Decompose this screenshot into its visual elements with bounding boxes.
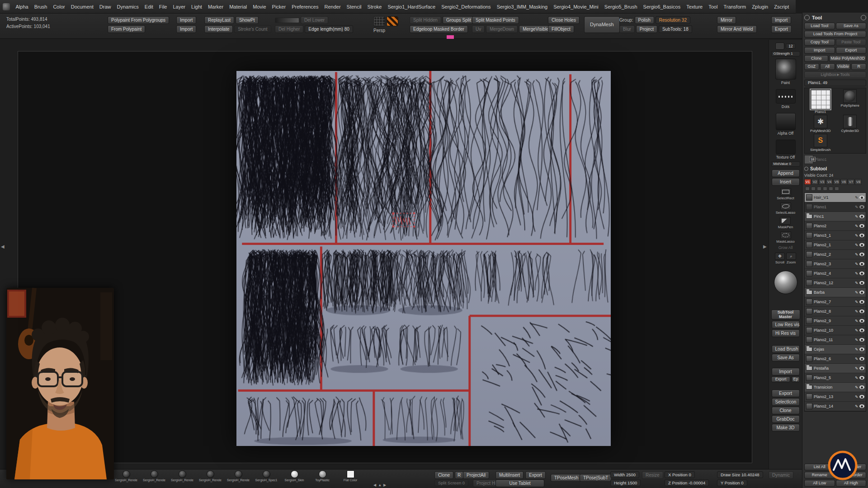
grab-doc-button[interactable]: GrabDoc [772, 415, 800, 423]
subtool-ghost-icon[interactable] [817, 187, 821, 191]
menu-item[interactable]: Texture [684, 4, 706, 9]
polypaint-pencil-icon[interactable]: ✎ [855, 357, 858, 361]
visibility-eye-icon[interactable] [859, 395, 864, 399]
material-swatch[interactable]: SergioH_Rende [142, 470, 166, 482]
paste-tool-button[interactable]: Paste Tool [836, 39, 867, 46]
polypaint-pencil-icon[interactable]: ✎ [855, 394, 858, 399]
all-high-button[interactable]: All High [836, 480, 867, 487]
tpose-subt-button[interactable]: TPose|SubT [580, 474, 612, 482]
clone-button[interactable]: Clone [434, 471, 453, 479]
import-button[interactable]: Import [772, 368, 800, 375]
y-position-slider[interactable]: Y Position 0 [717, 479, 747, 486]
resolution-slider[interactable]: Resolution 32 [656, 16, 690, 24]
hi-res-vis-button[interactable]: Hi Res vis [772, 329, 800, 337]
current-brush[interactable]: Paint [775, 59, 796, 87]
menu-item[interactable]: Stencil [344, 4, 364, 9]
visibility-eye-icon[interactable] [859, 300, 864, 304]
edgeloop-masked-border-button[interactable]: Edgeloop Masked Border [410, 25, 468, 33]
grow-all-label[interactable]: Grow All [778, 245, 793, 250]
polypaint-pencil-icon[interactable]: ✎ [855, 309, 858, 314]
subtool-item[interactable]: Plano2_9 ✎ [805, 316, 866, 326]
multi-insert-button[interactable]: MultiInsert [495, 471, 524, 479]
subtool-header[interactable]: Subtool [810, 166, 827, 171]
polypaint-pencil-icon[interactable]: ✎ [855, 375, 858, 380]
append-button[interactable]: Append [772, 169, 800, 177]
visibility-eye-icon[interactable] [859, 347, 864, 351]
goz-visible-button[interactable]: Visible [836, 63, 851, 70]
polypaint-pencil-icon[interactable]: ✎ [855, 271, 858, 276]
subtool-item[interactable]: Plano2_12 ✎ [805, 278, 866, 288]
load-tool-button[interactable]: Load Tool [804, 23, 835, 29]
subtool-item[interactable]: Plano2_13 ✎ [805, 392, 866, 402]
menu-item[interactable]: Tool [706, 4, 721, 9]
clone-button[interactable]: Clone [804, 55, 828, 62]
polypaint-pencil-icon[interactable]: ✎ [855, 205, 858, 209]
subtool-down-icon[interactable] [829, 187, 833, 191]
edge-length-slider[interactable]: Edge length(mm) 80 [305, 25, 353, 33]
canvas-scroll-arrows[interactable]: ◀▲▶ [373, 483, 388, 487]
subtool-item[interactable]: Pinc1 ✎ [805, 212, 866, 221]
goz-button[interactable]: GoZ [804, 63, 819, 70]
import-button[interactable]: Import [804, 47, 835, 54]
subtools-slider[interactable]: SubTools: 18 [659, 25, 692, 33]
strokes-count-slider[interactable]: Stroke's Count [234, 25, 271, 33]
gradient-slider[interactable] [275, 18, 299, 23]
current-material-sphere[interactable] [774, 271, 797, 294]
subtool-item[interactable]: Plano1 ✎ [805, 202, 866, 212]
material-swatch[interactable]: SergioH_Rende [114, 470, 138, 482]
scroll-button[interactable]: ✥ Scroll [775, 253, 785, 264]
material-swatch[interactable]: SergioH_Rende [198, 470, 222, 482]
merge-visible-button[interactable]: MergeVisible [519, 25, 552, 33]
merge-down-button[interactable]: MergeDown [486, 25, 518, 33]
mask-lasso-button[interactable]: MaskLasso [776, 231, 794, 244]
show-pt-button[interactable]: ShowPt [236, 16, 258, 24]
menu-item[interactable]: Sergio2_Deformations [439, 4, 494, 9]
preview-thumb-icon[interactable] [775, 42, 784, 50]
subtool-up-icon[interactable] [823, 187, 827, 191]
subtool-item[interactable]: Plano2_14 ✎ [805, 402, 866, 411]
section-toggle-icon[interactable] [804, 167, 808, 171]
import-button[interactable]: Import [176, 16, 196, 24]
menu-item[interactable]: Sergio4_Movie_Mini [551, 4, 602, 9]
visibility-eye-icon[interactable] [859, 385, 864, 389]
subtool-item[interactable]: Plano2_5 ✎ [805, 373, 866, 383]
polypaint-pencil-icon[interactable]: ✎ [855, 338, 858, 342]
version-tab[interactable]: V1 [804, 179, 811, 185]
menu-item[interactable]: Transform [721, 4, 749, 9]
visibility-eye-icon[interactable] [859, 262, 864, 266]
version-tab[interactable]: V2 [811, 179, 818, 185]
subtool-eye-all-icon[interactable] [805, 187, 810, 191]
lightbox-tools-button[interactable]: Lightbox►Tools [804, 71, 866, 78]
visibility-eye-icon[interactable] [859, 376, 864, 380]
menu-item[interactable]: Picker [269, 4, 289, 9]
menu-item[interactable]: Preferences [289, 4, 321, 9]
current-stroke[interactable]: Dots [776, 89, 796, 111]
polypaint-from-polygroups-button[interactable]: Polypaint From Polygroups [108, 16, 169, 24]
document-viewport[interactable] [0, 39, 769, 469]
polypaint-pencil-icon[interactable]: ✎ [855, 328, 858, 333]
subtool-solo-icon[interactable] [835, 187, 839, 191]
make-3d-button[interactable]: Make 3D [772, 424, 800, 432]
menu-item[interactable]: Layer [170, 4, 189, 9]
version-tab[interactable]: V5 [833, 179, 840, 185]
select-icon-button[interactable]: SelectIcon [772, 398, 800, 406]
import-button[interactable]: Import [771, 16, 791, 24]
save-as-button[interactable]: Save As [836, 23, 867, 29]
menu-item[interactable]: Sergio1_HardSurface [385, 4, 439, 9]
low-res-vis-button[interactable]: Low Res vis [772, 321, 800, 328]
menu-item[interactable]: Material [226, 4, 250, 9]
polypaint-pencil-icon[interactable]: ✎ [855, 385, 858, 389]
visibility-eye-icon[interactable] [859, 253, 864, 256]
version-tab[interactable]: V4 [826, 179, 833, 185]
material-swatch[interactable]: Flat Color [338, 470, 363, 482]
subtool-item[interactable]: Plano2_2 ✎ [805, 250, 866, 259]
subtool-item[interactable]: Plano2_4 ✎ [805, 269, 866, 278]
version-tab[interactable]: V8 [855, 179, 862, 185]
gstrength-slider[interactable]: GStrength 1 [771, 51, 800, 56]
insert-button[interactable]: Insert [772, 178, 800, 186]
visibility-eye-icon[interactable] [859, 404, 864, 408]
polypaint-pencil-icon[interactable]: ✎ [855, 300, 858, 304]
material-swatch[interactable]: SergioH_Rende [226, 470, 250, 482]
visibility-eye-icon[interactable] [859, 243, 864, 247]
active-tool-slider[interactable]: Plano1. 49 [804, 80, 866, 86]
